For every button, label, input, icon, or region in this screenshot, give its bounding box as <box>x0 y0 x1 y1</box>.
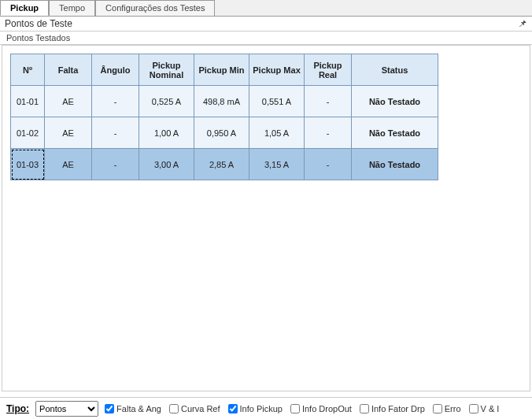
tipo-label: Tipo: <box>6 403 29 414</box>
checkbox-label: Info Fator Drp <box>371 404 425 413</box>
header-falta[interactable]: Falta <box>45 54 92 86</box>
tab-bar: Pickup Tempo Configurações dos Testes <box>0 0 532 17</box>
footer-checkbox[interactable]: Falta & Ang <box>105 404 161 413</box>
cell-real[interactable]: - <box>305 117 352 149</box>
panel-title: Pontos de Teste <box>5 18 72 29</box>
checkbox-input[interactable] <box>433 404 442 413</box>
cell-status[interactable]: Não Testado <box>352 117 438 149</box>
footer-checkbox[interactable]: Info DropOut <box>290 404 352 413</box>
tipo-select[interactable]: Pontos <box>35 401 98 417</box>
cell-nr[interactable]: 01-01 <box>11 86 45 117</box>
tab-pickup[interactable]: Pickup <box>0 0 49 16</box>
header-status[interactable]: Status <box>352 54 438 86</box>
footer-bar: Tipo: Pontos Falta & AngCurva RefInfo Pi… <box>0 397 532 419</box>
cell-nominal[interactable]: 3,00 A <box>139 149 194 180</box>
cell-angulo[interactable]: - <box>92 117 139 149</box>
checkbox-input[interactable] <box>469 404 478 413</box>
tab-tempo[interactable]: Tempo <box>49 0 95 16</box>
checkbox-label: Curva Ref <box>181 404 220 413</box>
cell-real[interactable]: - <box>305 149 352 180</box>
checkbox-label: V & I <box>481 404 500 413</box>
header-nr[interactable]: Nº <box>11 54 45 86</box>
cell-min[interactable]: 0,950 A <box>194 117 249 149</box>
header-real[interactable]: Pickup Real <box>305 54 352 86</box>
checkbox-input[interactable] <box>290 404 300 413</box>
content-area: Nº Falta Ângulo Pickup Nominal Pickup Mi… <box>2 45 530 391</box>
checkbox-input[interactable] <box>169 404 179 413</box>
footer-checkbox[interactable]: Info Pickup <box>228 404 283 413</box>
checkbox-input[interactable] <box>228 404 238 413</box>
header-angulo[interactable]: Ângulo <box>92 54 139 86</box>
checkbox-label: Erro <box>445 404 461 413</box>
cell-angulo[interactable]: - <box>92 149 139 180</box>
table-header-row: Nº Falta Ângulo Pickup Nominal Pickup Mi… <box>11 54 438 86</box>
cell-max[interactable]: 1,05 A <box>249 117 305 149</box>
cell-status[interactable]: Não Testado <box>352 149 438 180</box>
panel-title-bar: Pontos de Teste 📌︎ <box>0 17 532 32</box>
pin-icon[interactable]: 📌︎ <box>518 18 527 29</box>
cell-max[interactable]: 3,15 A <box>249 149 305 180</box>
footer-checkbox[interactable]: V & I <box>469 404 500 413</box>
cell-min[interactable]: 2,85 A <box>194 149 249 180</box>
cell-real[interactable]: - <box>305 86 352 117</box>
cell-nominal[interactable]: 1,00 A <box>139 117 194 149</box>
footer-checkbox[interactable]: Info Fator Drp <box>360 404 425 413</box>
checkbox-input[interactable] <box>360 404 369 413</box>
checkbox-input[interactable] <box>105 404 114 413</box>
header-min[interactable]: Pickup Min <box>194 54 249 86</box>
cell-status[interactable]: Não Testado <box>352 86 438 117</box>
test-points-table: Nº Falta Ângulo Pickup Nominal Pickup Mi… <box>10 54 438 180</box>
cell-nr[interactable]: 01-03 <box>11 149 45 180</box>
cell-falta[interactable]: AE <box>45 86 92 117</box>
tab-configuracoes[interactable]: Configurações dos Testes <box>95 0 215 16</box>
footer-checkbox[interactable]: Curva Ref <box>169 404 220 413</box>
cell-nominal[interactable]: 0,525 A <box>139 86 194 117</box>
header-max[interactable]: Pickup Max <box>249 54 305 86</box>
panel-subtitle: Pontos Testados <box>0 32 532 45</box>
cell-min[interactable]: 498,8 mA <box>194 86 249 117</box>
table-row[interactable]: 01-03AE-3,00 A2,85 A3,15 A-Não Testado <box>11 149 438 180</box>
footer-checkbox[interactable]: Erro <box>433 404 461 413</box>
header-nominal[interactable]: Pickup Nominal <box>139 54 194 86</box>
cell-angulo[interactable]: - <box>92 86 139 117</box>
cell-max[interactable]: 0,551 A <box>249 86 305 117</box>
checkbox-label: Info DropOut <box>302 404 352 413</box>
checkbox-label: Info Pickup <box>240 404 283 413</box>
checkbox-label: Falta & Ang <box>116 404 161 413</box>
table-row[interactable]: 01-02AE-1,00 A0,950 A1,05 A-Não Testado <box>11 117 438 149</box>
cell-falta[interactable]: AE <box>45 117 92 149</box>
cell-nr[interactable]: 01-02 <box>11 117 45 149</box>
table-row[interactable]: 01-01AE-0,525 A498,8 mA0,551 A-Não Testa… <box>11 86 438 117</box>
cell-falta[interactable]: AE <box>45 149 92 180</box>
